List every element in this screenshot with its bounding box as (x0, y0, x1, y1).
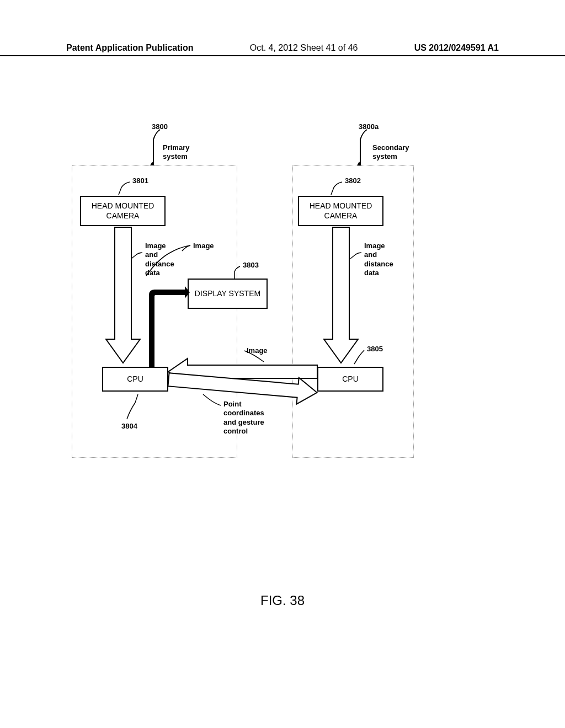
label-point-coords: Point coordinates and gesture control (223, 400, 264, 436)
header-mid: Oct. 4, 2012 Sheet 41 of 46 (250, 43, 358, 53)
ref-primary-sys: 3800 (152, 122, 168, 131)
ref-cpu-left: 3804 (121, 422, 137, 431)
label-image-arrow: Image (247, 346, 268, 355)
label-image-dist-left: Image and distance data (145, 242, 174, 277)
display-text: DISPLAY SYSTEM (195, 289, 260, 299)
cam-left-text: HEAD MOUNTED CAMERA (83, 201, 162, 221)
ref-cam-left: 3801 (132, 176, 148, 185)
ref-cam-right: 3802 (345, 176, 361, 185)
label-image-annot: Image (193, 242, 214, 250)
block-cam-left: HEAD MOUNTED CAMERA (80, 196, 166, 226)
label-image-dist-right: Image and distance data (364, 242, 393, 277)
block-cam-right: HEAD MOUNTED CAMERA (298, 196, 383, 226)
cpu-left-text: CPU (127, 374, 143, 384)
header-left: Patent Application Publication (66, 43, 194, 53)
ref-display: 3803 (243, 261, 259, 270)
block-cpu-right: CPU (317, 367, 383, 392)
header-right: US 2012/0249591 A1 (414, 43, 499, 53)
diagram-canvas: 3800 3800a Primary system Secondary syst… (66, 105, 419, 463)
block-cpu-left: CPU (102, 367, 168, 392)
block-display: DISPLAY SYSTEM (188, 279, 268, 309)
page-header: Patent Application Publication Oct. 4, 2… (0, 43, 565, 56)
figure-caption: FIG. 38 (0, 593, 565, 608)
cpu-right-text: CPU (342, 374, 359, 384)
ref-cpu-right: 3805 (367, 345, 383, 354)
label-secondary-system: Secondary system (372, 143, 409, 162)
cam-right-text: HEAD MOUNTED CAMERA (301, 201, 380, 221)
ref-secondary-sys: 3800a (359, 122, 379, 131)
label-primary-system: Primary system (163, 143, 189, 162)
